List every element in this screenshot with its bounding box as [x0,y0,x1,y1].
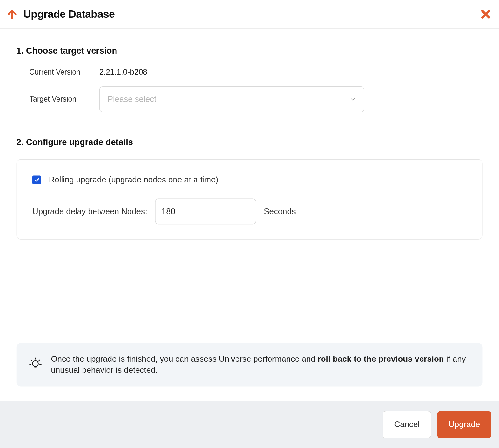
delay-unit: Seconds [264,207,296,216]
dialog-footer: Cancel Upgrade [0,401,499,448]
cancel-button[interactable]: Cancel [383,411,431,438]
config-panel: Rolling upgrade (upgrade nodes one at a … [17,159,483,240]
delay-row: Upgrade delay between Nodes: Seconds [32,199,467,225]
info-box: Once the upgrade is finished, you can as… [17,343,483,387]
upgrade-button[interactable]: Upgrade [437,411,491,438]
header-left: Upgrade Database [6,8,115,20]
section-1-title: 1. Choose target version [17,46,483,56]
target-version-label: Target Version [17,95,99,103]
dialog-header: Upgrade Database [0,0,499,29]
current-version-value: 2.21.1.0-b208 [99,68,147,77]
info-text-before: Once the upgrade is finished, you can as… [51,354,317,363]
info-text-bold: roll back to the previous version [318,354,444,363]
section-2-title: 2. Configure upgrade details [17,137,483,147]
delay-input[interactable] [155,199,256,225]
info-text: Once the upgrade is finished, you can as… [51,353,472,376]
dialog-title: Upgrade Database [23,8,115,20]
lightbulb-icon [27,354,44,371]
rolling-upgrade-row: Rolling upgrade (upgrade nodes one at a … [32,175,467,185]
target-version-row: Target Version Please select [17,86,483,112]
rolling-upgrade-checkbox[interactable] [32,176,41,184]
target-version-placeholder: Please select [108,95,156,104]
svg-point-0 [32,361,38,366]
arrow-up-icon [6,8,18,20]
close-icon[interactable] [480,9,491,20]
target-version-select[interactable]: Please select [99,86,364,112]
chevron-down-icon [349,96,356,103]
current-version-row: Current Version 2.21.1.0-b208 [17,68,483,77]
delay-label: Upgrade delay between Nodes: [32,207,147,216]
current-version-label: Current Version [17,68,99,76]
rolling-upgrade-label: Rolling upgrade (upgrade nodes one at a … [49,175,218,185]
